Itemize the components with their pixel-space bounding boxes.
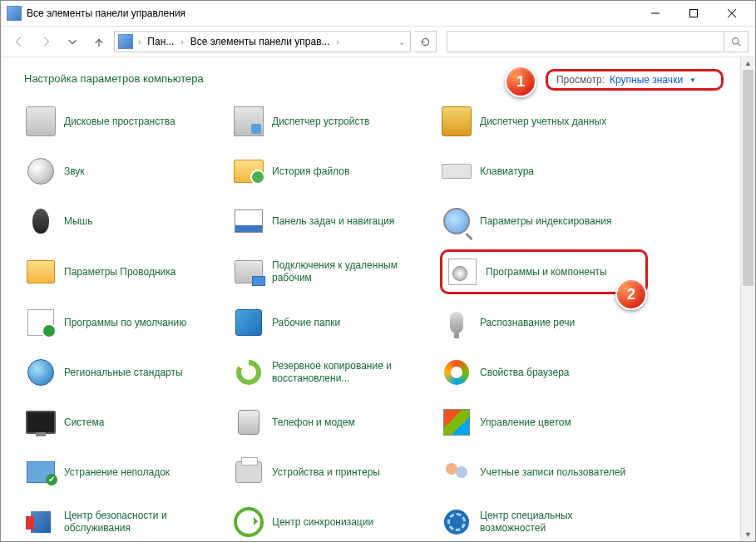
ico-phone-icon: [234, 407, 264, 437]
control-panel-window: Все элементы панели управления › Пан... …: [0, 0, 756, 542]
view-label: Просмотр:: [556, 74, 605, 86]
ico-sound-icon: [26, 156, 56, 186]
ico-workfolders-icon: [234, 308, 264, 338]
page-title: Настройка параметров компьютера: [24, 72, 204, 85]
navbar: › Пан... › Все элементы панели управ... …: [1, 27, 755, 57]
scroll-up-button[interactable]: ▲: [741, 56, 755, 70]
item-label: Центр специальных возможностей: [480, 510, 630, 535]
control-panel-item[interactable]: Телефон и модем: [232, 401, 440, 444]
item-label: Система: [64, 416, 104, 429]
ico-mouse-icon: [26, 206, 56, 236]
annotation-marker-1: 1: [505, 66, 536, 97]
refresh-button[interactable]: [414, 31, 437, 52]
ico-progs-icon: [447, 257, 477, 287]
view-selector[interactable]: Просмотр: Крупные значки ▼: [546, 69, 724, 91]
ico-color-icon: [442, 407, 472, 437]
control-panel-item[interactable]: Свойства браузера: [440, 351, 648, 394]
control-panel-item[interactable]: Региональные стандарты: [24, 351, 232, 394]
titlebar: Все элементы панели управления: [1, 1, 755, 27]
content-area: Настройка параметров компьютера Просмотр…: [1, 57, 755, 541]
close-button[interactable]: [713, 1, 751, 26]
control-panel-item[interactable]: Параметры Проводника: [24, 249, 232, 294]
ico-device-icon: [234, 106, 264, 136]
control-panel-item[interactable]: Параметры индексирования: [440, 200, 648, 243]
item-label: Подключения к удаленным рабочим: [272, 259, 422, 284]
app-icon: [7, 6, 22, 21]
scroll-thumb[interactable]: [743, 70, 754, 286]
ico-sync-icon: [234, 507, 264, 537]
item-label: Телефон и модем: [272, 416, 355, 429]
control-panel-item[interactable]: Диспетчер учетных данных: [440, 100, 648, 143]
item-label: Дисковые пространства: [64, 116, 175, 128]
control-panel-item[interactable]: Центр специальных возможностей: [440, 500, 648, 542]
item-label: Учетные записи пользователей: [480, 466, 625, 479]
ico-taskbar-icon: [234, 206, 264, 236]
control-panel-item[interactable]: Рабочие папки: [232, 301, 440, 344]
scroll-down-button[interactable]: ▼: [741, 527, 755, 541]
address-bar[interactable]: › Пан... › Все элементы панели управ... …: [114, 31, 411, 52]
control-panel-item[interactable]: Звук: [24, 150, 232, 193]
breadcrumb-segment[interactable]: Все элементы панели управ...: [189, 36, 332, 47]
control-panel-item[interactable]: Центр синхронизации: [232, 500, 440, 542]
control-panel-item[interactable]: Учетные записи пользователей: [440, 451, 648, 494]
control-panel-item[interactable]: Система: [24, 401, 232, 444]
ico-printers-icon: [234, 457, 264, 487]
ico-keyboard-icon: [442, 156, 472, 186]
control-panel-item[interactable]: Устранение неполадок: [24, 451, 232, 494]
chevron-down-icon: ▼: [689, 76, 696, 84]
control-panel-item[interactable]: Резервное копирование и восстановлени...: [232, 351, 440, 394]
item-label: Региональные стандарты: [64, 367, 183, 379]
breadcrumb-segment[interactable]: Пан...: [146, 36, 175, 47]
control-panel-item[interactable]: Клавиатура: [440, 150, 648, 193]
ico-remote-icon: [234, 257, 264, 287]
annotation-marker-2: 2: [615, 278, 647, 310]
svg-line-6: [738, 43, 740, 46]
search-button[interactable]: [724, 31, 749, 52]
ico-speech-icon: [442, 308, 472, 338]
control-panel-item[interactable]: Диспетчер устройств: [232, 100, 440, 143]
forward-button[interactable]: [34, 30, 57, 53]
ico-security-icon: [26, 507, 56, 537]
control-panel-item[interactable]: Центр безопасности и обслуживания: [24, 500, 232, 542]
item-label: Центр безопасности и обслуживания: [64, 510, 214, 535]
minimize-button[interactable]: [636, 1, 674, 26]
item-label: Устройства и принтеры: [272, 466, 380, 479]
control-panel-item[interactable]: Управление цветом: [440, 401, 648, 444]
item-label: Рабочие папки: [272, 317, 340, 329]
back-button[interactable]: [7, 30, 31, 53]
view-value: Крупные значки: [610, 74, 683, 86]
svg-rect-1: [690, 10, 698, 17]
item-label: Параметры индексирования: [480, 215, 611, 228]
item-label: Резервное копирование и восстановлени...: [272, 360, 422, 385]
svg-point-5: [732, 37, 738, 43]
ico-users-icon: [442, 457, 472, 487]
control-panel-item[interactable]: История файлов: [232, 150, 440, 193]
ico-explorer-icon: [26, 257, 56, 287]
ico-backup-icon: [234, 357, 264, 387]
breadcrumb-icon: [118, 34, 133, 49]
item-label: Программы и компоненты: [486, 266, 607, 278]
control-panel-item[interactable]: Панель задач и навигация: [232, 200, 440, 243]
chevron-down-icon[interactable]: ⌄: [397, 37, 407, 47]
maximize-button[interactable]: [674, 1, 713, 26]
control-panel-item[interactable]: Программы по умолчанию: [24, 301, 232, 344]
ico-browser-icon: [442, 357, 472, 387]
item-label: Программы по умолчанию: [64, 317, 186, 329]
ico-default-icon: [26, 308, 56, 338]
control-panel-item[interactable]: Мышь: [24, 200, 232, 243]
up-button[interactable]: [87, 30, 111, 53]
control-panel-item[interactable]: Распознавание речи: [440, 301, 648, 344]
ico-region-icon: [26, 357, 56, 387]
ico-access-icon: [442, 507, 472, 537]
control-panel-item[interactable]: Устройства и принтеры: [232, 451, 440, 494]
item-label: Диспетчер учетных данных: [480, 116, 606, 128]
item-label: Центр синхронизации: [272, 516, 373, 529]
item-label: Диспетчер устройств: [272, 116, 369, 128]
ico-disk-icon: [26, 106, 56, 136]
control-panel-item[interactable]: Подключения к удаленным рабочим: [232, 249, 440, 294]
recent-locations-button[interactable]: [61, 30, 84, 53]
items-grid: Дисковые пространстваДиспетчер устройств…: [24, 100, 740, 542]
vertical-scrollbar[interactable]: ▲ ▼: [740, 56, 755, 541]
search-input[interactable]: [447, 31, 724, 52]
control-panel-item[interactable]: Дисковые пространства: [24, 100, 232, 143]
